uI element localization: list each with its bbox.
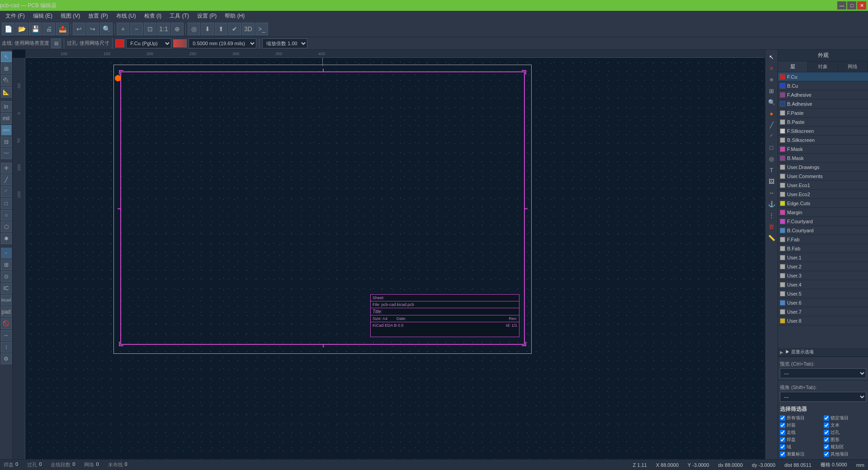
net-button[interactable]: ◎ [188,23,200,35]
rect-tool[interactable]: □ [1,198,12,209]
script-tool[interactable]: ⚙ [1,353,12,364]
special-tool[interactable]: ✱ [1,233,12,244]
via-tool[interactable]: ⊙ [1,271,12,282]
zoom-select[interactable]: 缩放倍数 1.00 缩放倍数 0.50 缩放倍数 2.00 [262,38,307,48]
measure-tool[interactable]: 📐 [1,87,12,98]
maximize-button[interactable]: □ [847,1,856,9]
footprint-tool[interactable]: kicad [1,295,12,306]
menu-route[interactable]: 布线 (U) [113,11,140,21]
menu-view[interactable]: 视图 (V) [57,11,84,21]
layer-bmask[interactable]: B.Mask [778,154,868,163]
import-button[interactable]: ⬇ [201,23,214,35]
menu-tools[interactable]: 工具 (T) [166,11,193,21]
layer-fpaste[interactable]: F.Paste [778,108,868,118]
unit-toggle[interactable]: mil [1,113,12,124]
zoom-fit-button[interactable]: ⊡ [144,23,156,35]
redo-button[interactable]: ↪ [86,23,99,35]
mm-toggle[interactable]: mm [1,125,12,136]
layer-user3[interactable]: User.3 [778,271,868,280]
save-button[interactable]: 💾 [29,23,42,35]
filter-trace[interactable]: 走线 [780,429,823,436]
canvas-area[interactable]: 100 150 200 250 300 350 400 -50 0 50 100… [13,50,765,459]
line-tool[interactable]: ╱ [1,174,12,185]
browse-right-btn[interactable]: 🔍 [766,97,777,108]
layer-user6[interactable]: User.6 [778,298,868,307]
arc-tool[interactable]: ◜ [1,186,12,197]
layer-badhesive[interactable]: B.Adhesive [778,99,868,108]
zoom-out-button[interactable]: − [130,23,143,35]
pad-right-btn[interactable]: ◎ [766,153,777,164]
circle-tool[interactable]: ○ [1,210,12,221]
zoom-in-button[interactable]: + [117,23,129,35]
layer-select[interactable]: F.Cu (PgUp) B.Cu Edge.Cuts [126,38,171,48]
layer-edgecuts[interactable]: Edge.Cuts [778,199,868,208]
layers-right-btn[interactable]: ≡ [766,74,777,85]
filter-zone[interactable]: 域 [780,444,823,450]
layer-user4[interactable]: User.4 [778,280,868,289]
export2-button[interactable]: ⬆ [215,23,227,35]
measure-right-btn[interactable]: 📏 [766,232,777,243]
menu-help[interactable]: 帮助 (H) [221,11,248,21]
layer-user1[interactable]: User.1 [778,253,868,262]
menu-settings[interactable]: 设置 (P) [193,11,220,21]
zoom-custom-button[interactable]: ⊕ [171,23,184,35]
layer-user5[interactable]: User.5 [778,289,868,298]
filter-graphic[interactable]: 图形 [824,437,867,443]
place-component[interactable]: IC [1,283,12,294]
filter-dimension[interactable]: 测量标注 [780,451,823,457]
polygon-tool[interactable]: ⬡ [1,221,12,232]
select-tool[interactable]: ↖ [1,52,12,62]
layer-usereco2[interactable]: User.Eco2 [778,190,868,199]
pcb-canvas[interactable]: Sheet: File: pcb-cad.kicad.pcb Title: Si… [25,58,765,459]
layer-fcu[interactable]: F.Cu [778,72,868,81]
layer-bcrtyd[interactable]: B.Courtyard [778,226,868,235]
layer-ffab[interactable]: F.Fab [778,235,868,244]
netinspect-tool[interactable]: 🔌 [1,75,12,86]
new-button[interactable]: 📄 [2,23,14,35]
select-box-tool[interactable]: ⊞ [1,63,12,74]
route-tool[interactable]: ~ [1,248,12,258]
filter-footprint[interactable]: 封装 [780,422,823,428]
filter-locked[interactable]: 锁定项目 [824,415,867,421]
menu-edit[interactable]: 编辑 (E) [29,11,56,21]
anchor-right-btn[interactable]: ⚓ [766,198,777,209]
image-right-btn[interactable]: 🖼 [766,176,777,187]
layer-bfab[interactable]: B.Fab [778,244,868,253]
terminal-button[interactable]: >_ [255,23,268,35]
search-button[interactable]: 🔍 [100,23,113,35]
wave-tool[interactable]: 〰 [1,148,12,159]
view-select[interactable]: --- [780,392,866,402]
dimension-tool[interactable]: ↔ [1,330,12,341]
select-right-btn[interactable]: ↖ [766,52,777,62]
dots-right-btn[interactable]: ⋮ [766,210,777,221]
print-button[interactable]: 🖨 [42,23,55,35]
layer-usereco1[interactable]: User.Eco1 [778,181,868,190]
menu-file[interactable]: 文件 (F) [2,11,28,21]
layer-userdraw[interactable]: User.Drawings [778,163,868,172]
undo-button[interactable]: ↩ [73,23,85,35]
minimize-button[interactable]: — [837,1,846,9]
layer-fsilk[interactable]: F.Silkscreen [778,127,868,136]
orange-right-btn[interactable]: ● [766,108,777,119]
keepout-tool[interactable]: 🚫 [1,318,12,329]
layer-user8[interactable]: User.8 [778,316,868,325]
layer-bcu[interactable]: B.Cu [778,81,868,90]
layer-margin[interactable]: Margin [778,208,868,217]
zoom-actual-button[interactable]: 1:1 [157,23,170,35]
layer-fadhesive[interactable]: F.Adhesive [778,90,868,99]
trace-mode-button[interactable]: ▤ [51,38,61,48]
open-button[interactable]: 📂 [15,23,28,35]
text-tool[interactable]: in [1,101,12,112]
close-right-btn[interactable]: ✕ [766,63,777,74]
line-right-btn[interactable]: ╱ [766,119,777,130]
export-button[interactable]: 📤 [56,23,69,35]
layer-bpaste[interactable]: B.Paste [778,118,868,127]
filter-via[interactable]: 过孔 [824,429,867,436]
tab-objects[interactable]: 对象 [808,61,838,72]
copper-pour[interactable]: ⊞ [1,259,12,270]
thickness-select[interactable]: 0.5000 mm (19.69 mils) 0.25 mm 1.0 mm [189,38,256,48]
3d-button[interactable]: 3D [242,23,255,35]
preview-select[interactable]: --- [780,368,866,378]
layer-bsilk[interactable]: B.Silkscreen [778,136,868,145]
cursor-tool[interactable]: ✛ [1,163,12,174]
